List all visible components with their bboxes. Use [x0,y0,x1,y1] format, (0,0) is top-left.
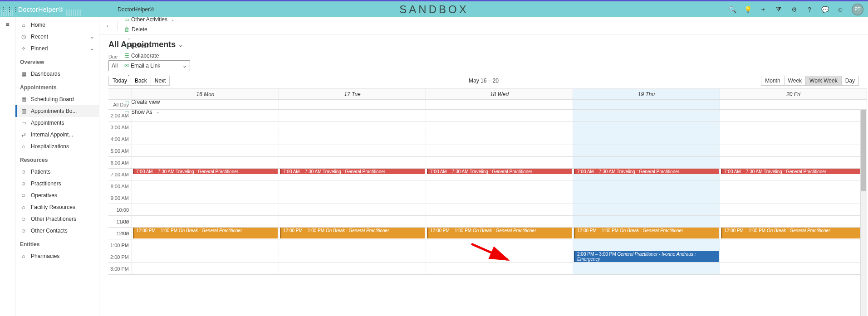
time-slot[interactable]: 7:00 AM – 7:30 AM Traveling : General Pr… [573,169,720,180]
calendar-body[interactable]: 2:00 AM3:00 AM4:00 AM5:00 AM6:00 AM7:00 … [108,110,867,316]
sidebar-item[interactable]: ▦Dashboards [15,68,99,80]
time-slot[interactable] [426,157,573,168]
time-slot[interactable] [720,251,867,263]
chat-icon[interactable]: 💬 [821,5,829,14]
sidebar-item-home[interactable]: ⌂ Home [15,19,99,31]
smile-icon[interactable]: ☺ [836,5,844,14]
time-slot[interactable] [720,216,867,227]
cmd-other-activities[interactable]: ▭Other Activities⌄ [122,17,184,24]
time-slot[interactable] [573,122,720,133]
time-slot[interactable] [720,122,867,133]
time-slot[interactable] [279,145,426,156]
sidebar-item[interactable]: ☺Operatives [15,190,99,201]
time-slot[interactable] [426,251,573,263]
time-slot[interactable]: 12:00 PM – 1:00 PM On Break : General Pr… [279,228,426,239]
time-slot[interactable] [279,192,426,204]
time-slot[interactable] [132,239,279,251]
sidebar-item[interactable]: ⌂Facility Resources [15,201,99,213]
time-slot[interactable]: 12:00 PM – 1:00 PM On Break : General Pr… [720,228,867,239]
sidebar-item[interactable]: ▦Scheduling Board [15,93,99,105]
sidebar-item[interactable]: ☺Practitioners [15,178,99,190]
day-header[interactable]: 16 Mon [132,89,279,99]
time-slot[interactable] [279,110,426,121]
day-header[interactable]: 18 Wed [426,89,573,99]
time-slot[interactable] [720,145,867,156]
sidebar-item[interactable]: ⌂Hospitalizations [15,141,99,152]
filter-select[interactable]: All ⌄ [108,60,190,71]
calendar-event[interactable]: 7:00 AM – 7:30 AM Traveling : General Pr… [133,169,278,174]
allday-cell[interactable] [573,100,720,109]
time-slot[interactable] [132,110,279,121]
time-slot[interactable] [720,204,867,215]
time-slot[interactable] [426,192,573,204]
avatar[interactable]: PT [852,4,863,15]
brand-label[interactable]: DoctorHelper® [14,6,81,13]
sidebar-item[interactable]: ⌂Pharmacies [15,250,99,262]
time-slot[interactable] [426,145,573,156]
plus-icon[interactable]: ＋ [759,5,767,14]
calendar-event[interactable]: 12:00 PM – 1:00 PM On Break : General Pr… [721,228,866,238]
time-slot[interactable] [426,110,573,121]
time-slot[interactable] [720,133,867,145]
sidebar-item[interactable]: ⇄Internal Appoint... [15,129,99,141]
time-slot[interactable] [426,204,573,215]
calendar-event[interactable]: 12:00 PM – 1:00 PM On Break : General Pr… [133,228,278,238]
time-slot[interactable] [573,133,720,145]
time-slot[interactable] [132,263,279,274]
calendar-event[interactable]: 7:00 AM – 7:30 AM Traveling : General Pr… [280,169,425,174]
time-slot[interactable] [720,110,867,121]
sidebar-item[interactable]: ▭Appointments [15,117,99,129]
time-slot[interactable] [720,239,867,251]
back-button[interactable]: ← [103,21,114,31]
calendar-event[interactable]: 2:00 PM – 3:00 PM General Practitioner -… [574,251,719,262]
search-icon[interactable]: 🔍 [728,5,736,14]
time-slot[interactable] [279,122,426,133]
view-week-button[interactable]: Week [785,76,806,86]
time-slot[interactable] [132,180,279,192]
cmd-delete[interactable]: 🗑Delete [122,24,184,34]
time-slot[interactable] [573,263,720,274]
day-header[interactable]: 20 Fri [720,89,867,99]
time-slot[interactable]: 2:00 PM – 3:00 PM General Practitioner -… [573,251,720,263]
time-slot[interactable] [132,133,279,145]
time-slot[interactable] [573,239,720,251]
sidebar-item[interactable]: ☺Other Practitioners [15,213,99,225]
allday-cell[interactable] [720,100,867,109]
time-slot[interactable] [279,180,426,192]
time-slot[interactable] [279,251,426,263]
time-slot[interactable] [426,180,573,192]
time-slot[interactable] [426,216,573,227]
time-slot[interactable] [279,216,426,227]
view-day-button[interactable]: Day [842,76,859,86]
time-slot[interactable] [426,263,573,274]
scroll-thumb[interactable] [861,110,866,191]
time-slot[interactable] [132,204,279,215]
day-header[interactable]: 19 Thu [573,89,720,99]
time-slot[interactable]: 7:00 AM – 7:30 AM Traveling : General Pr… [279,169,426,180]
calendar-event[interactable]: 12:00 PM – 1:00 PM On Break : General Pr… [280,228,425,238]
help-icon[interactable]: ? [805,5,814,14]
time-slot[interactable] [279,133,426,145]
filter-icon[interactable]: ⧩ [775,5,783,14]
calendar-event[interactable]: 7:00 AM – 7:30 AM Traveling : General Pr… [574,169,719,174]
gear-icon[interactable]: ⚙ [790,5,798,14]
time-slot[interactable]: 7:00 AM – 7:30 AM Traveling : General Pr… [426,169,573,180]
sidebar-item[interactable]: ☺Other Contacts [15,225,99,237]
time-slot[interactable] [573,110,720,121]
time-slot[interactable] [720,180,867,192]
view-title[interactable]: All Appointments ⌄ [108,40,859,49]
time-slot[interactable] [132,157,279,168]
time-slot[interactable] [426,239,573,251]
sidebar-item-recent[interactable]: ◷ Recent ⌄ [15,31,99,43]
view-month-button[interactable]: Month [761,76,784,86]
sidebar-item[interactable]: ☺Patients [15,166,99,178]
time-slot[interactable]: 12:00 PM – 1:00 PM On Break : General Pr… [132,228,279,239]
time-slot[interactable] [573,157,720,168]
view-workweek-button[interactable]: Work Week [806,76,842,86]
time-slot[interactable] [573,145,720,156]
time-slot[interactable]: 12:00 PM – 1:00 PM On Break : General Pr… [426,228,573,239]
time-slot[interactable] [279,204,426,215]
time-slot[interactable] [279,157,426,168]
time-slot[interactable] [132,145,279,156]
time-slot[interactable] [573,204,720,215]
